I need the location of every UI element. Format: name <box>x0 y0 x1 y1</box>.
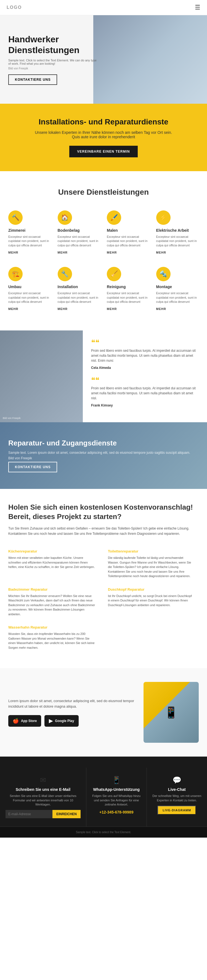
whatsapp-title: WhatsApp-Unterstützung <box>92 787 141 792</box>
whatsapp-icon: 📱 <box>92 776 141 784</box>
app-content: Lorem ipsum dolor sit amet, consectetur … <box>8 698 138 727</box>
googleplay-icon: ▶ <box>49 718 53 724</box>
yellow-title: Installations- und Reparaturdienste <box>8 118 199 126</box>
appointment-button[interactable]: VEREINBARE EINEN TERMIN <box>69 146 137 158</box>
email-title: Schreiben Sie uns eine E-Mail <box>6 787 81 792</box>
zimmerei-name: Zimmerei <box>8 228 51 232</box>
service-card-elektro: ⚡ Elektrische Arbeit Excepteur sint occa… <box>156 208 199 258</box>
repair-duschkopf-title: Duschkopf Reparatur <box>108 587 194 592</box>
appstore-icon: 🍎 <box>13 718 19 724</box>
malen-desc: Excepteur sint occaecat cupidatat non pr… <box>107 235 150 248</box>
quote-author-2: Frank Kimsey <box>91 403 199 407</box>
email-desc: Senden Sie uns eine E-Mail über unser ei… <box>6 794 81 807</box>
footer: ✉ Schreiben Sie uns eine E-Mail Senden S… <box>0 757 207 838</box>
contact-whatsapp: 📱 WhatsApp-Unterstützung Folgen Sie uns … <box>86 768 147 827</box>
umbau-icon: 🏗️ <box>8 267 23 281</box>
hero-img-credit: Bild von Freepik <box>8 67 100 70</box>
yellow-section: Installations- und Reparaturdienste Unse… <box>0 104 207 171</box>
repair-sample: Sample text. Lorem ipsum dolor sit amet,… <box>8 451 199 455</box>
chat-icon: 💬 <box>152 776 202 784</box>
repair-title: Reparatur- und Zugangsdienste <box>8 439 199 447</box>
elektro-icon: ⚡ <box>156 210 171 225</box>
umbau-name: Umbau <box>8 285 51 289</box>
hero-sample-text: Sample text. Click to select the Text El… <box>8 59 100 65</box>
umbau-mehr[interactable]: MEHR <box>8 307 18 310</box>
nav-logo: logo <box>6 5 22 10</box>
bodenbelag-name: Bodenbelag <box>58 228 101 232</box>
hero-contact-button[interactable]: KONTAKTIERE UNS <box>8 75 57 85</box>
hero-content: Handwerker Dienstleistungen Sample text.… <box>0 23 107 96</box>
email-input-row: EINREICHEN <box>6 810 81 818</box>
live-chat-button[interactable]: LIVE-DIAGRAMM <box>158 806 196 815</box>
service-card-reinigung: 🧹 Reinigung Excepteur sint occaecat cupi… <box>107 264 150 314</box>
whatsapp-phone[interactable]: +12-345-678-99989 <box>92 810 141 815</box>
reinigung-mehr[interactable]: MEHR <box>107 307 117 310</box>
testimonial-2: ❝❝ Proin sed libero enim sed faucibus tu… <box>91 376 199 407</box>
elektro-mehr[interactable]: MEHR <box>156 251 166 254</box>
repair-kuche: Küchenreparatur Wenn mit einer veraltete… <box>8 545 103 583</box>
repair-contact-button[interactable]: KONTAKTIERE UNS <box>8 462 57 472</box>
montage-mehr[interactable]: MEHR <box>156 307 166 310</box>
zimmerei-mehr[interactable]: MEHR <box>8 251 18 254</box>
repair-badezimmer-text: Möchten Sie Ihr Badezimmer erneuern? Wol… <box>8 594 95 617</box>
bodenbelag-mehr[interactable]: MEHR <box>58 251 68 254</box>
repair-toilette-title: Toilettenreparatur <box>108 549 194 553</box>
testimonial-image: Bild von Freepik <box>0 331 83 422</box>
testimonial-img-credit: Bild von Freepik <box>3 417 21 420</box>
service-card-installation: 🔧 Installation Excepteur sint occaecat c… <box>58 264 101 314</box>
repair-kuche-text: Wenn mit einer veralteten oder kaputten … <box>8 555 95 570</box>
quote-text-2: Proin sed libero enim sed faucibus turpi… <box>91 386 199 401</box>
repair-wasserhahn-title: Wasserhahn Reparatur <box>8 625 95 629</box>
whatsapp-desc: Folgen Sie uns auf WhatsApp hinzu und se… <box>92 794 141 807</box>
repair-toilette-text: Die ständig laufende Toilette ist lästig… <box>108 555 194 579</box>
appstore-button[interactable]: 🍎 App Store <box>8 715 41 727</box>
repair-access-section: Reparatur- und Zugangsdienste Sample tex… <box>0 422 207 489</box>
repair-img-credit: Bild von Freepik <box>8 456 199 460</box>
email-icon: ✉ <box>6 776 81 784</box>
hero-title: Handwerker Dienstleistungen <box>8 34 100 55</box>
repair-badezimmer: Badezimmer Reparatur Möchten Sie Ihr Bad… <box>8 583 103 621</box>
googleplay-label: Google Play <box>55 719 74 723</box>
estimate-section: Holen Sie sich einen kostenlosen Kostenv… <box>0 489 207 668</box>
service-card-montage: 🔩 Montage Excepteur sint occaecat cupida… <box>156 264 199 314</box>
malen-name: Malen <box>107 228 150 232</box>
installation-desc: Excepteur sint occaecat cupidatat non pr… <box>58 291 101 304</box>
umbau-desc: Excepteur sint occaecat cupidatat non pr… <box>8 291 51 304</box>
footer-bottom: Sample text. Click to select the Text El… <box>0 827 207 838</box>
nav-menu-icon[interactable]: ☰ <box>195 4 201 11</box>
hero-background-image <box>93 15 207 104</box>
chat-title: Live-Chat <box>152 787 202 792</box>
bodenbelag-desc: Excepteur sint occaecat cupidatat non pr… <box>58 235 101 248</box>
contact-grid: ✉ Schreiben Sie uns eine E-Mail Senden S… <box>0 768 207 827</box>
repair-wasserhahn: Wasserhahn Reparatur Wussten Sie, dass e… <box>8 621 103 654</box>
installation-name: Installation <box>58 285 101 289</box>
app-description: Lorem ipsum dolor sit amet, consectetur … <box>8 698 138 710</box>
montage-icon: 🔩 <box>156 267 171 281</box>
services-section: Unsere Dienstleistungen 🔨 Zimmerei Excep… <box>0 171 207 331</box>
app-buttons: 🍎 App Store ▶ Google Play <box>8 715 138 727</box>
googleplay-button[interactable]: ▶ Google Play <box>44 715 78 727</box>
app-store-section: Lorem ipsum dolor sit amet, consectetur … <box>0 668 207 757</box>
repair-duschkopf-text: Ist Ihr Duschkopf undicht, so sorgt Druc… <box>108 594 194 608</box>
email-input[interactable] <box>6 810 52 818</box>
reinigung-icon: 🧹 <box>107 267 121 281</box>
quote-mark-1: ❝❝ <box>91 339 199 347</box>
elektro-name: Elektrische Arbeit <box>156 228 199 232</box>
navbar: logo ☰ <box>0 0 207 15</box>
repair-kuche-title: Küchenreparatur <box>8 549 95 553</box>
quote-author-1: Cela Almeda <box>91 366 199 370</box>
repair-toilette: Toilettenreparatur Die ständig laufende … <box>103 545 199 583</box>
quote-text-1: Proin sed libero enim sed faucibus turpi… <box>91 348 199 363</box>
malen-mehr[interactable]: MEHR <box>107 251 117 254</box>
services-title: Unsere Dienstleistungen <box>8 188 199 197</box>
installation-mehr[interactable]: MEHR <box>58 307 68 310</box>
reinigung-desc: Excepteur sint occaecat cupidatat non pr… <box>107 291 150 304</box>
app-screenshot: 📱 <box>144 682 199 743</box>
repair-wasserhahn-text: Wussten Sie, dass ein tropfender Wasserh… <box>8 632 95 650</box>
email-submit-button[interactable]: EINREICHEN <box>52 810 81 818</box>
malen-icon: 🖌️ <box>107 210 121 225</box>
estimate-title: Holen Sie sich einen kostenlosen Kostenv… <box>8 503 199 522</box>
chat-desc: Der schnellste Weg, um mit unseren Exper… <box>152 794 202 802</box>
zimmerei-icon: 🔨 <box>8 210 23 225</box>
quote-mark-2: ❝❝ <box>91 376 199 384</box>
